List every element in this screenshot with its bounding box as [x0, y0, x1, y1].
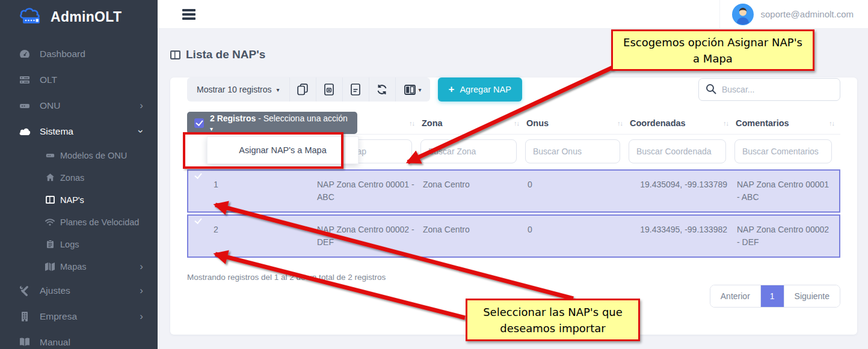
sidebar-item-mapas[interactable]: Mapas ›: [0, 255, 158, 278]
plus-icon: +: [449, 83, 455, 96]
sidebar-submenu-sistema: Modelos de ONU Zonas NAP's: [0, 144, 158, 278]
sidebar-item-logs[interactable]: Logs: [0, 233, 158, 255]
user-email: soporte@adminolt.com: [761, 9, 854, 19]
brand[interactable]: AdminOLT: [0, 0, 158, 32]
cell-nap: NAP Zona Centro 00002 - DEF: [316, 216, 422, 256]
header-coordenadas[interactable]: Coordenadas↑↓: [629, 118, 734, 128]
excel-file-icon: [324, 83, 334, 96]
menu-item-asignar-naps-a-mapa[interactable]: Asignar NAP's a Mapa: [207, 136, 359, 164]
sidebar-item-manual[interactable]: Manual: [0, 329, 158, 349]
cell-coordenadas: 19.433495, -99.133982: [630, 216, 736, 256]
add-nap-label: Agregar NAP: [460, 85, 511, 94]
cell-id: 2: [212, 216, 316, 256]
sidebar-item-zonas[interactable]: Zonas: [0, 166, 158, 189]
column-visibility-button[interactable]: ▾: [395, 77, 430, 102]
table-icon: [45, 196, 55, 204]
cell-onus: 0: [526, 171, 630, 211]
bulk-action-dropdown[interactable]: 2 Registros - Selecciona una acción ▾: [187, 112, 357, 134]
cell-onus: 0: [526, 216, 630, 256]
page-size-dropdown[interactable]: Mostrar 10 registros ▾: [187, 77, 289, 102]
filter-zona-input[interactable]: [420, 139, 517, 163]
sort-icon: ↑↓: [617, 120, 623, 127]
table-toolbar: Mostrar 10 registros ▾: [187, 77, 840, 102]
sidebar-item-olt[interactable]: OLT: [0, 67, 158, 93]
filter-coordenadas-input[interactable]: [629, 139, 726, 163]
sidebar-item-label: Sistema: [40, 126, 73, 137]
refresh-button[interactable]: [369, 77, 395, 102]
sidebar-nav: Dashboard OLT ONU › Sistema ›: [0, 41, 158, 349]
chevron-right-icon: ›: [140, 261, 143, 272]
sidebar-item-sistema[interactable]: Sistema ›: [0, 118, 158, 144]
sidebar-item-label: Ajustes: [40, 285, 70, 296]
add-nap-button[interactable]: + Agregar NAP: [438, 77, 522, 102]
pagination-page-1[interactable]: 1: [760, 285, 784, 307]
sidebar-item-label: Modelos de ONU: [60, 151, 127, 160]
sidebar-item-onu[interactable]: ONU ›: [0, 93, 158, 118]
page-title-text: Lista de NAP's: [186, 48, 265, 61]
chevron-right-icon: ›: [140, 100, 143, 111]
sidebar-item-label: Manual: [40, 337, 70, 348]
sort-icon: ↑↓: [409, 120, 414, 127]
export-file-button[interactable]: [342, 77, 369, 102]
sidebar-item-naps[interactable]: NAP's: [0, 189, 158, 211]
sidebar-item-modelos-de-onu[interactable]: Modelos de ONU: [0, 144, 158, 166]
nap-table: ↑↓ ↑↓ Zona↑↓ Onus↑↓ Coordenadas↑↓ Coment…: [187, 112, 840, 258]
table-icon: [170, 50, 180, 59]
cell-zona: Zona Centro: [422, 216, 526, 256]
filter-onus-input[interactable]: [525, 139, 620, 163]
header-onus[interactable]: Onus↑↓: [525, 118, 629, 128]
sort-icon: ↑↓: [514, 120, 519, 127]
home-icon: [45, 173, 55, 182]
sidebar: AdminOLT Dashboard OLT ONU ›: [0, 0, 158, 349]
cell-zona: Zona Centro: [422, 171, 526, 211]
header-label: Zona: [422, 118, 443, 128]
bulk-action-label: - Selecciona una acción: [258, 114, 348, 123]
select-all-checkbox[interactable]: [194, 118, 204, 128]
sidebar-item-empresa[interactable]: Empresa ›: [0, 303, 158, 329]
brand-logo-icon: [18, 7, 45, 26]
sidebar-item-label: Empresa: [40, 311, 77, 322]
cell-comentarios: NAP Zona Centro 00002 - DEF: [736, 216, 839, 256]
table-row[interactable]: 2 NAP Zona Centro 00002 - DEF Zona Centr…: [187, 214, 840, 258]
sidebar-item-label: NAP's: [60, 195, 84, 205]
table-row[interactable]: 1 NAP Zona Centro 00001 - ABC Zona Centr…: [187, 169, 840, 213]
header-zona[interactable]: Zona↑↓: [420, 118, 525, 128]
sidebar-item-dashboard[interactable]: Dashboard: [0, 41, 158, 67]
search-icon: [706, 83, 716, 94]
user-menu[interactable]: soporte@adminolt.com: [719, 0, 868, 28]
copy-icon: [297, 83, 308, 96]
gauge-icon: [18, 49, 31, 59]
search-input[interactable]: [698, 78, 840, 101]
cell-nap: NAP Zona Centro 00001 - ABC: [316, 171, 422, 211]
filter-comentarios-input[interactable]: [734, 139, 832, 163]
pagination: Anterior 1 Siguiente: [710, 285, 840, 308]
sidebar-item-ajustes[interactable]: Ajustes ›: [0, 278, 158, 303]
page-size-label: Mostrar 10 registros: [197, 85, 271, 94]
map-icon: [45, 263, 55, 271]
cell-comentarios: NAP Zona Centro 00001 - ABC: [736, 171, 839, 211]
sidebar-item-label: Mapas: [60, 262, 87, 272]
modem-icon: [18, 100, 31, 111]
cell-id: 1: [212, 171, 316, 211]
wifi-icon: [45, 218, 55, 226]
menu-toggle-icon[interactable]: [182, 7, 195, 22]
copy-button[interactable]: [289, 77, 316, 102]
caret-down-icon: ▾: [276, 86, 279, 93]
callout-seleccionar-naps: Seleccionar las NAP's que deseamos impor…: [466, 299, 640, 341]
chevron-right-icon: ›: [140, 311, 143, 321]
selected-count: 2 Registros: [210, 114, 256, 123]
export-excel-button[interactable]: [316, 77, 342, 102]
header-label: Coordenadas: [630, 118, 686, 128]
chevron-right-icon: ›: [140, 285, 143, 296]
pagination-prev[interactable]: Anterior: [710, 285, 760, 307]
header-label: Onus: [526, 118, 549, 128]
cell-coordenadas: 19.435094, -99.133789: [630, 171, 736, 211]
pagination-next[interactable]: Siguiente: [784, 285, 840, 307]
brand-name: AdminOLT: [51, 9, 122, 25]
sidebar-item-label: Logs: [60, 240, 79, 249]
sidebar-item-planes-de-velocidad[interactable]: Planes de Velocidad: [0, 211, 158, 233]
header-comentarios[interactable]: Comentarios↑↓: [734, 118, 840, 128]
callout-asignar-nap: Escogemos opción Asignar NAP's a Mapa: [611, 29, 814, 71]
topbar: soporte@adminolt.com: [158, 0, 868, 29]
building-icon: [18, 312, 31, 321]
